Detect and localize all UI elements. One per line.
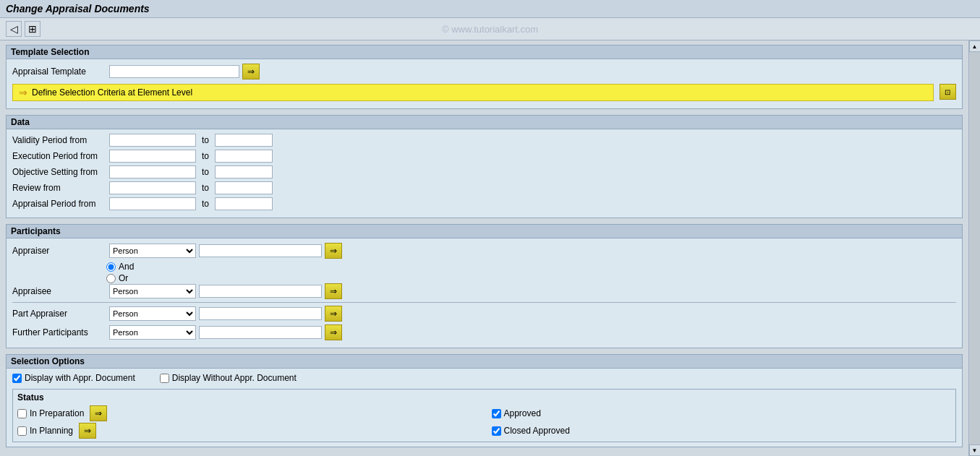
in-preparation-checkbox[interactable] bbox=[17, 409, 27, 418]
yellow-bar-arrow-icon: ⇒ bbox=[19, 87, 27, 98]
participants-body: Appraiser Person ⇒ And Or bbox=[6, 238, 963, 348]
scrollbar-track[interactable] bbox=[970, 52, 980, 444]
validity-period-from-input[interactable] bbox=[109, 134, 196, 147]
appraisal-template-row: Appraisal Template ⇒ bbox=[12, 64, 956, 79]
appraiser-select[interactable]: Person bbox=[109, 244, 196, 258]
further-participants-label: Further Participants bbox=[12, 327, 106, 337]
appraisee-select[interactable]: Person bbox=[109, 284, 196, 298]
data-section: Data Validity Period from to Execution P… bbox=[6, 115, 963, 218]
and-label: And bbox=[119, 262, 134, 272]
validity-period-to-input[interactable] bbox=[215, 134, 273, 147]
execution-period-to-label: to bbox=[199, 151, 212, 161]
closed-approved-item: Closed Approved bbox=[492, 423, 952, 439]
participants-separator bbox=[12, 302, 956, 303]
appraiser-input[interactable] bbox=[199, 244, 322, 257]
appraisal-period-row: Appraisal Period from to bbox=[12, 197, 956, 210]
part-appraiser-select[interactable]: Person bbox=[109, 306, 196, 321]
appraisal-period-to-input[interactable] bbox=[215, 197, 273, 210]
page-title: Change Appraisal Documents bbox=[6, 3, 974, 14]
in-planning-item: In Planning ⇒ bbox=[17, 423, 477, 439]
and-or-group: And Or bbox=[106, 262, 956, 283]
selection-criteria-row: ⇒ Define Selection Criteria at Element L… bbox=[12, 82, 956, 101]
selection-criteria-multi-btn[interactable]: ⊡ bbox=[939, 84, 956, 100]
in-preparation-btn[interactable]: ⇒ bbox=[90, 405, 107, 421]
display-with-checkbox[interactable] bbox=[12, 374, 22, 383]
appraisal-template-btn[interactable]: ⇒ bbox=[242, 64, 260, 79]
validity-period-to-label: to bbox=[199, 135, 212, 145]
approved-checkbox[interactable] bbox=[492, 409, 501, 418]
closed-approved-checkbox[interactable] bbox=[492, 426, 501, 436]
selection-options-header: Selection Options bbox=[6, 354, 963, 369]
selection-criteria-label: Define Selection Criteria at Element Lev… bbox=[32, 87, 192, 98]
appraisee-row: Appraisee Person ⇒ bbox=[12, 283, 956, 299]
objective-setting-to-input[interactable] bbox=[215, 165, 273, 178]
review-to-input[interactable] bbox=[215, 181, 273, 194]
review-row: Review from to bbox=[12, 181, 956, 194]
watermark: © www.tutorialkart.com bbox=[442, 24, 538, 35]
approved-item: Approved bbox=[492, 405, 952, 421]
in-preparation-item: In Preparation ⇒ bbox=[17, 405, 477, 421]
objective-setting-to-label: to bbox=[199, 167, 212, 177]
objective-setting-row: Objective Setting from to bbox=[12, 165, 956, 178]
display-options-row: Display with Appr. Document Display With… bbox=[12, 373, 956, 386]
status-header: Status bbox=[17, 392, 951, 403]
data-section-header: Data bbox=[6, 115, 963, 129]
appraiser-row: Appraiser Person ⇒ bbox=[12, 243, 956, 259]
in-preparation-label: In Preparation bbox=[30, 408, 84, 418]
appraisee-label: Appraisee bbox=[12, 286, 106, 296]
appraisal-template-input[interactable] bbox=[109, 65, 239, 78]
approved-label: Approved bbox=[504, 408, 541, 418]
display-without-row: Display Without Appr. Document bbox=[160, 373, 297, 383]
and-radio-row: And bbox=[106, 262, 956, 272]
review-from-input[interactable] bbox=[109, 181, 196, 194]
back-icon[interactable]: ◁ bbox=[6, 21, 22, 37]
execution-period-label: Execution Period from bbox=[12, 151, 106, 161]
selection-options-section: Selection Options Display with Appr. Doc… bbox=[6, 354, 963, 447]
further-participants-select[interactable]: Person bbox=[109, 325, 196, 340]
and-radio[interactable] bbox=[106, 262, 116, 272]
or-label: Or bbox=[119, 273, 128, 283]
appraiser-search-btn[interactable]: ⇒ bbox=[325, 243, 342, 259]
data-section-body: Validity Period from to Execution Period… bbox=[6, 129, 963, 218]
toolbar: ◁ ⊞ © www.tutorialkart.com bbox=[0, 18, 980, 40]
execution-period-to-input[interactable] bbox=[215, 150, 273, 163]
participants-header: Participants bbox=[6, 224, 963, 238]
closed-approved-label: Closed Approved bbox=[504, 426, 570, 436]
status-grid: In Preparation ⇒ Approved In Planning ⇒ bbox=[17, 405, 951, 439]
objective-setting-from-input[interactable] bbox=[109, 165, 196, 178]
execution-period-from-input[interactable] bbox=[109, 150, 196, 163]
display-without-checkbox[interactable] bbox=[160, 374, 169, 383]
scrollbar[interactable]: ▲ ▼ bbox=[968, 40, 980, 456]
further-participants-row: Further Participants Person ⇒ bbox=[12, 324, 956, 340]
review-to-label: to bbox=[199, 183, 212, 193]
appraisee-input[interactable] bbox=[199, 285, 322, 298]
template-selection-header: Template Selection bbox=[6, 45, 963, 59]
part-appraiser-row: Part Appraiser Person ⇒ bbox=[12, 306, 956, 322]
selection-criteria-bar[interactable]: ⇒ Define Selection Criteria at Element L… bbox=[12, 84, 934, 101]
status-section: Status In Preparation ⇒ Approved bbox=[12, 389, 956, 442]
or-radio[interactable] bbox=[106, 274, 116, 283]
participants-section: Participants Appraiser Person ⇒ And bbox=[6, 224, 963, 348]
part-appraiser-input[interactable] bbox=[199, 307, 322, 320]
validity-period-row: Validity Period from to bbox=[12, 134, 956, 147]
or-radio-row: Or bbox=[106, 273, 956, 283]
further-participants-search-btn[interactable]: ⇒ bbox=[325, 324, 342, 340]
selection-options-body: Display with Appr. Document Display With… bbox=[6, 369, 963, 447]
appraisee-search-btn[interactable]: ⇒ bbox=[325, 283, 342, 299]
appraisal-template-label: Appraisal Template bbox=[12, 66, 106, 77]
new-icon[interactable]: ⊞ bbox=[25, 21, 41, 37]
appraisal-period-from-input[interactable] bbox=[109, 197, 196, 210]
display-with-label: Display with Appr. Document bbox=[25, 373, 135, 383]
scrollbar-down-btn[interactable]: ▼ bbox=[969, 444, 981, 456]
part-appraiser-search-btn[interactable]: ⇒ bbox=[325, 306, 342, 322]
content-area: Template Selection Appraisal Template ⇒ … bbox=[0, 40, 968, 456]
scrollbar-up-btn[interactable]: ▲ bbox=[969, 40, 981, 52]
validity-period-label: Validity Period from bbox=[12, 135, 106, 145]
appraisal-period-label: Appraisal Period from bbox=[12, 199, 106, 209]
template-selection-section: Template Selection Appraisal Template ⇒ … bbox=[6, 45, 963, 109]
in-planning-btn[interactable]: ⇒ bbox=[79, 423, 96, 439]
in-planning-checkbox[interactable] bbox=[17, 426, 27, 436]
display-with-row: Display with Appr. Document bbox=[12, 373, 135, 383]
execution-period-row: Execution Period from to bbox=[12, 150, 956, 163]
further-participants-input[interactable] bbox=[199, 326, 322, 339]
